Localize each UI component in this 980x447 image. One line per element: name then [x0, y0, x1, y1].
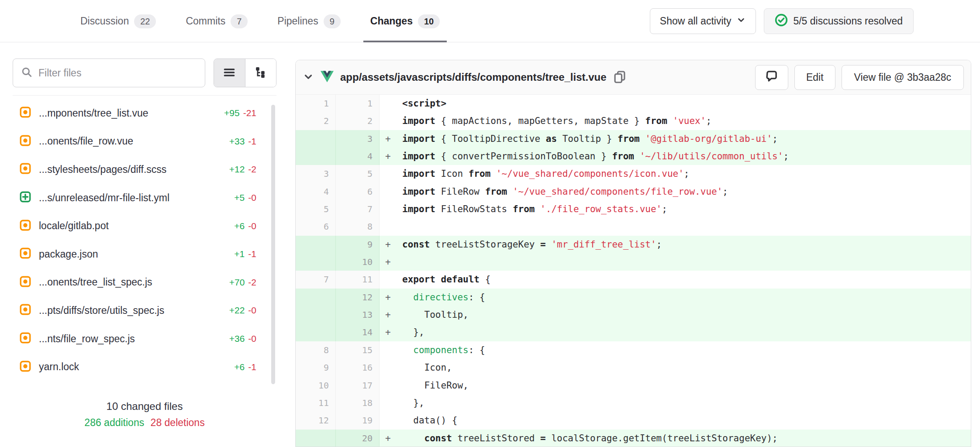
file-list-item[interactable]: ...stylesheets/pages/diff.scss+12-2	[13, 155, 276, 184]
old-line-number	[296, 430, 336, 447]
diff-line-added[interactable]: 10+	[296, 253, 971, 271]
code-line-content	[380, 218, 971, 235]
file-modified-icon	[20, 304, 31, 317]
copy-path-button[interactable]	[613, 70, 626, 85]
tab-discussion[interactable]: Discussion22	[80, 0, 156, 42]
new-line-number: 13	[336, 306, 380, 323]
new-line-number: 6	[336, 183, 380, 200]
diff-line-context[interactable]: 1118 },	[296, 394, 971, 412]
top-actions: Show all activity 5/5 discussions resolv…	[650, 8, 914, 34]
file-list-item[interactable]: ...onents/file_row.vue+33-1	[13, 127, 276, 156]
diff-line-context[interactable]: 11<script>	[296, 95, 971, 112]
diff-line-added[interactable]: 20+ const treeListStored = localStorage.…	[296, 430, 971, 447]
diff-file-header: app/assets/javascripts/diffs/components/…	[296, 60, 971, 95]
diff-summary: 10 changed files 286 additions 28 deleti…	[13, 400, 276, 429]
file-diff-stats: +6-1	[234, 362, 256, 372]
sidebar-scrollbar[interactable]	[271, 105, 275, 384]
deletions-count: -2	[248, 277, 256, 287]
file-name: ...mponents/tree_list.vue	[39, 107, 148, 119]
tab-changes[interactable]: Changes10	[370, 0, 440, 42]
tab-commits[interactable]: Commits7	[186, 0, 248, 42]
file-list-item[interactable]: ...s/unreleased/mr-file-list.yml+5-0	[13, 184, 276, 212]
deletions-count: -2	[248, 164, 256, 174]
additions-count: +6	[234, 362, 245, 372]
added-line-marker: +	[385, 306, 391, 323]
diff-line-added[interactable]: 13+ Tooltip,	[296, 306, 971, 323]
diff-line-context[interactable]: 711export default {	[296, 271, 971, 288]
old-line-number	[296, 323, 336, 341]
file-list-item[interactable]: ...onents/tree_list_spec.js+70-2	[13, 268, 276, 297]
vue-file-icon	[321, 71, 334, 84]
diff-line-added[interactable]: 14+ },	[296, 323, 971, 341]
diff-line-context[interactable]: 1219 data() {	[296, 412, 971, 429]
code-line-content: import { mapActions, mapGetters, mapStat…	[380, 112, 971, 130]
file-modified-icon	[20, 107, 31, 120]
code-line-content: + directives: {	[380, 289, 971, 306]
tree-view-icon	[255, 66, 267, 80]
diff-line-context[interactable]: 1017 FileRow,	[296, 377, 971, 394]
new-line-number: 11	[336, 271, 380, 288]
old-line-number: 9	[296, 359, 336, 376]
new-line-number: 7	[336, 200, 380, 218]
added-line-marker: +	[385, 148, 391, 165]
discussions-resolved-button[interactable]: 5/5 discussions resolved	[764, 8, 914, 34]
file-modified-icon	[20, 163, 31, 176]
code-line-content: export default {	[380, 271, 971, 288]
new-line-number: 3	[336, 130, 380, 148]
tab-pipelines[interactable]: Pipelines9	[277, 0, 340, 42]
file-filter-box	[13, 58, 205, 87]
diff-files-sidebar: ...mponents/tree_list.vue+95-21...onents…	[13, 58, 276, 447]
file-diff-stats: +33-1	[229, 136, 256, 147]
added-line-marker: +	[385, 236, 391, 253]
old-line-number: 11	[296, 394, 336, 412]
file-list-item[interactable]: ...nts/file_row_spec.js+36-0	[13, 325, 276, 353]
diff-line-context[interactable]: 57import FileRowStats from './file_row_s…	[296, 200, 971, 218]
additions-count: +70	[229, 277, 245, 287]
diff-code-view: 11<script>22import { mapActions, mapGett…	[296, 95, 971, 447]
added-line-marker: +	[385, 130, 391, 148]
code-line-content: import FileRow from '~/vue_shared/compon…	[380, 183, 971, 200]
code-line-content: + const treeListStored = localStorage.ge…	[380, 430, 971, 447]
new-line-number: 15	[336, 341, 380, 359]
file-list-item[interactable]: yarn.lock+6-1	[13, 353, 276, 381]
file-name: ...pts/diffs/store/utils_spec.js	[39, 305, 164, 316]
code-line-content: },	[380, 394, 971, 412]
diff-line-context[interactable]: 916 Icon,	[296, 359, 971, 376]
activity-filter-dropdown[interactable]: Show all activity	[650, 8, 756, 34]
check-circle-icon	[775, 14, 788, 29]
diff-line-context[interactable]: 815 components: {	[296, 341, 971, 359]
diff-line-added[interactable]: 3+import { TooltipDirective as Tooltip }…	[296, 130, 971, 148]
diff-line-context[interactable]: 46import FileRow from '~/vue_shared/comp…	[296, 183, 971, 200]
diff-line-context[interactable]: 35import Icon from '~/vue_shared/compone…	[296, 165, 971, 182]
tab-label: Discussion	[80, 15, 129, 27]
file-list-item[interactable]: package.json+1-1	[13, 240, 276, 268]
changed-files-count: 10 changed files	[13, 400, 276, 413]
deletions-count: -0	[248, 334, 256, 344]
file-name: ...stylesheets/pages/diff.scss	[39, 164, 166, 175]
file-list-item[interactable]: locale/gitlab.pot+6-0	[13, 212, 276, 240]
diff-line-added[interactable]: 9+const treeListStorageKey = 'mr_diff_tr…	[296, 236, 971, 253]
diff-line-added[interactable]: 12+ directives: {	[296, 289, 971, 306]
diff-line-context[interactable]: 22import { mapActions, mapGetters, mapSt…	[296, 112, 971, 130]
new-line-number: 5	[336, 165, 380, 182]
file-added-icon	[20, 191, 31, 204]
diff-line-context[interactable]: 68	[296, 218, 971, 235]
view-file-button[interactable]: View file @ 3b3aa28c	[842, 65, 964, 90]
filter-files-input[interactable]	[38, 67, 197, 79]
tab-count-badge: 22	[134, 14, 156, 28]
toggle-comments-button[interactable]	[755, 65, 788, 90]
edit-file-button[interactable]: Edit	[794, 65, 835, 90]
code-line-content: <script>	[380, 95, 971, 112]
tab-count-badge: 10	[418, 14, 440, 28]
file-name: ...onents/tree_list_spec.js	[39, 276, 152, 288]
tree-view-button[interactable]	[245, 59, 276, 87]
additions-count: +5	[234, 193, 245, 203]
old-line-number	[296, 148, 336, 165]
file-list-item[interactable]: ...mponents/tree_list.vue+95-21	[13, 99, 276, 127]
old-line-number	[296, 289, 336, 306]
file-name: ...onents/file_row.vue	[39, 135, 133, 147]
diff-line-added[interactable]: 4+import { convertPermissionToBoolean } …	[296, 148, 971, 165]
file-list-item[interactable]: ...pts/diffs/store/utils_spec.js+22-0	[13, 296, 276, 325]
collapse-file-button[interactable]	[303, 71, 314, 84]
list-view-button[interactable]	[214, 59, 245, 87]
